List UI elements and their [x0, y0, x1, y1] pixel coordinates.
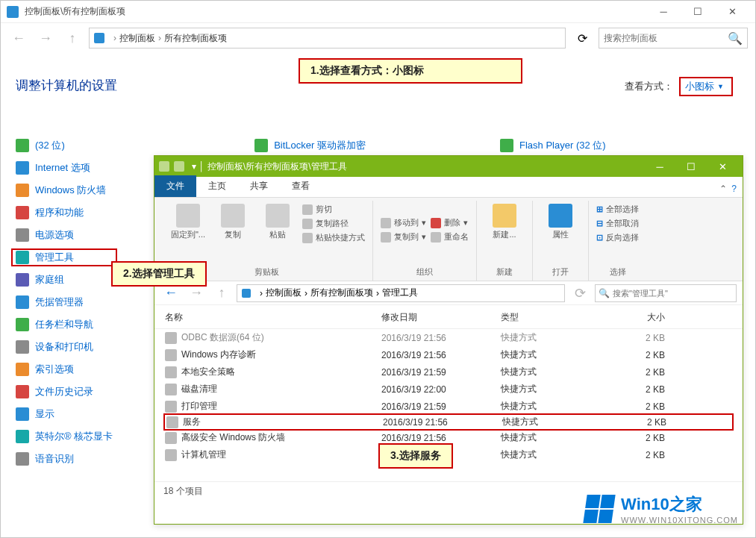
cp-item[interactable]: 凭据管理器	[16, 295, 113, 309]
copy-to-button[interactable]: 复制到▾	[381, 231, 426, 243]
group-organize-label: 组织	[381, 263, 469, 281]
windows-flag-icon	[583, 495, 615, 523]
delete-button[interactable]: 删除▾	[431, 217, 469, 228]
cp-item-icon	[16, 385, 29, 398]
tab-file[interactable]: 文件	[154, 175, 196, 197]
file-row[interactable]: 服务2016/3/19 21:56快捷方式2 KB	[163, 413, 734, 431]
file-row[interactable]: 本地安全策略2016/3/19 21:59快捷方式2 KB	[154, 363, 743, 381]
inner-bc-root[interactable]: 控制面板	[266, 287, 302, 299]
up-button[interactable]: ↑	[62, 28, 83, 49]
cp-item-label: 语音识别	[35, 452, 74, 466]
cp-item[interactable]: 任务栏和导航	[16, 318, 113, 331]
logo-text1: Win10	[621, 495, 669, 513]
view-mode-dropdown[interactable]: 小图标 ▼	[679, 77, 733, 96]
quickaccess-icon	[174, 161, 184, 172]
col-type[interactable]: 类型	[501, 311, 605, 324]
file-date: 2016/3/19 21:56	[381, 350, 501, 360]
annotation-1: 1.选择查看方式：小图标	[299, 58, 522, 84]
tab-view[interactable]: 查看	[280, 175, 322, 197]
col-name[interactable]: 名称	[165, 311, 381, 324]
paste-shortcut-button[interactable]: 粘贴快捷方式	[302, 232, 365, 243]
inner-search[interactable]: 🔍	[595, 284, 737, 302]
cut-button[interactable]: 剪切	[302, 204, 365, 215]
refresh-button[interactable]: ⟳	[572, 31, 593, 46]
cut-icon	[302, 204, 313, 215]
col-size[interactable]: 大小	[605, 311, 665, 324]
inner-up-button[interactable]: ↑	[211, 283, 232, 304]
file-row[interactable]: ODBC 数据源(64 位)2016/3/19 21:56快捷方式2 KB	[154, 329, 743, 346]
cp-item[interactable]: BitLocker 驱动器加密	[254, 139, 366, 152]
new-folder-button[interactable]: 新建...	[484, 201, 525, 240]
cp-item[interactable]: 家庭组	[16, 273, 113, 287]
cp-item[interactable]: 电源选项	[16, 228, 113, 242]
select-none-icon: ⊟	[596, 219, 603, 228]
outer-search[interactable]: 🔍	[599, 28, 748, 49]
cp-item[interactable]: (32 位)	[16, 139, 113, 152]
cp-item[interactable]: 英特尔® 核芯显卡	[16, 430, 113, 443]
move-icon	[381, 218, 391, 228]
file-list-header: 名称 修改日期 类型 大小	[154, 305, 743, 329]
shortcut-icon	[165, 384, 177, 395]
file-row[interactable]: 打印管理2016/3/19 21:59快捷方式2 KB	[154, 398, 743, 415]
close-button[interactable]: ✕	[715, 1, 749, 23]
tab-share[interactable]: 共享	[238, 175, 280, 197]
copy-path-button[interactable]: 复制路径	[302, 218, 365, 229]
cp-item[interactable]: 设备和打印机	[16, 340, 113, 354]
file-name: 服务	[183, 416, 201, 428]
cp-item[interactable]: Flash Player (32 位)	[500, 139, 606, 152]
select-all-button[interactable]: ⊞全部选择	[596, 204, 639, 215]
breadcrumb-root[interactable]: 控制面板	[119, 32, 155, 45]
search-input[interactable]	[604, 33, 723, 43]
select-none-button[interactable]: ⊟全部取消	[596, 218, 639, 229]
cp-item[interactable]: 文件历史记录	[16, 385, 113, 398]
inner-close-button[interactable]: ✕	[707, 156, 738, 177]
breadcrumb-sub[interactable]: 所有控制面板项	[164, 32, 227, 45]
copy-button[interactable]: 复制	[213, 201, 253, 240]
file-type: 快捷方式	[501, 400, 605, 413]
shortcut-icon	[165, 349, 177, 361]
inner-minimize-button[interactable]: ─	[644, 156, 675, 177]
annotation-2: 2.选择管理工具	[111, 261, 207, 287]
inner-bc-mid[interactable]: 所有控制面板项	[310, 287, 373, 299]
shortcut-icon	[165, 366, 177, 378]
file-type: 快捷方式	[501, 383, 605, 395]
minimize-button[interactable]: ─	[646, 1, 681, 23]
properties-button[interactable]: 属性	[540, 201, 581, 240]
cp-column: (32 位)Internet 选项Windows 防火墙程序和功能电源选项管理工…	[16, 139, 113, 466]
inner-search-input[interactable]	[613, 289, 733, 298]
forward-button[interactable]: →	[35, 28, 56, 49]
invert-selection-button[interactable]: ⊡反向选择	[596, 232, 639, 243]
explorer-icon	[159, 161, 169, 172]
cp-item-icon	[500, 139, 513, 152]
rename-button[interactable]: 重命名	[431, 231, 469, 243]
file-date: 2016/3/19 21:56	[381, 433, 501, 443]
inner-maximize-button[interactable]: ☐	[675, 156, 707, 177]
ribbon-collapse[interactable]: ⌃?	[713, 181, 743, 197]
inner-refresh-button[interactable]: ⟳	[569, 283, 590, 304]
copyto-icon	[381, 232, 391, 243]
cp-item[interactable]: 语音识别	[16, 452, 113, 466]
cp-item[interactable]: 管理工具	[11, 248, 117, 266]
inner-bc-leaf[interactable]: 管理工具	[382, 287, 418, 299]
back-button[interactable]: ←	[8, 28, 29, 49]
cp-item[interactable]: 程序和功能	[16, 206, 113, 219]
cp-item[interactable]: Windows 防火墙	[16, 184, 113, 197]
col-date[interactable]: 修改日期	[381, 311, 501, 324]
cp-item[interactable]: 显示	[16, 407, 113, 421]
shortcut-icon	[166, 416, 178, 428]
maximize-button[interactable]: ☐	[681, 1, 715, 23]
cp-item[interactable]: Internet 选项	[16, 161, 113, 175]
file-name: 打印管理	[181, 400, 217, 413]
pin-button[interactable]: 固定到"...	[168, 201, 208, 240]
move-to-button[interactable]: 移动到▾	[381, 217, 426, 228]
outer-breadcrumb[interactable]: › 控制面板 › 所有控制面板项	[89, 28, 566, 49]
cp-item-icon	[16, 228, 29, 242]
tab-home[interactable]: 主页	[196, 175, 238, 197]
paste-button[interactable]: 粘贴	[257, 201, 298, 240]
file-date: 2016/3/19 22:00	[381, 384, 501, 395]
cp-item[interactable]: 索引选项	[16, 363, 113, 376]
inner-breadcrumb[interactable]: › 控制面板› 所有控制面板项› 管理工具	[237, 284, 565, 302]
file-row[interactable]: 磁盘清理2016/3/19 22:00快捷方式2 KB	[154, 381, 743, 398]
file-row[interactable]: Windows 内存诊断2016/3/19 21:56快捷方式2 KB	[154, 346, 743, 363]
cp-item-label: BitLocker 驱动器加密	[274, 139, 366, 152]
